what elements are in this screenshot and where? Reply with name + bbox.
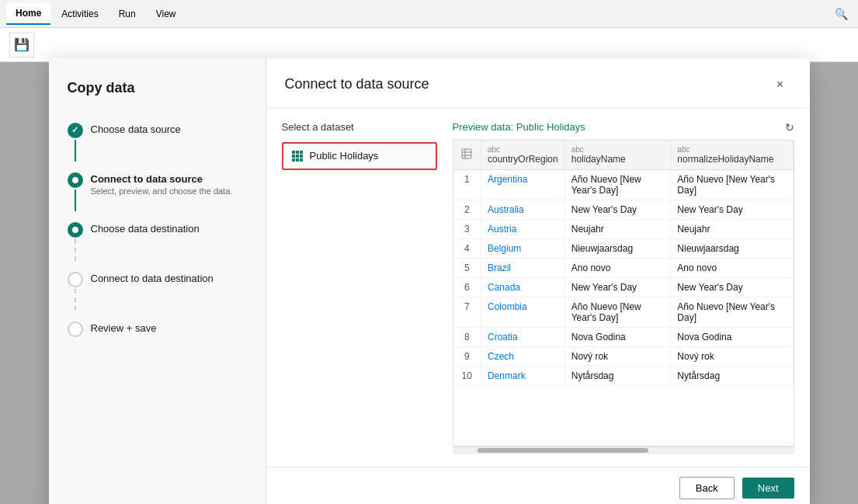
search-icon-btn[interactable]: 🔍 [830,3,852,25]
dataset-name: Public Holidays [310,150,379,162]
cell-holiday: New Year's Day [564,277,671,297]
cell-num: 6 [453,277,481,297]
save-icon: 💾 [14,37,30,52]
step5-circle [68,322,83,337]
col-holiday-type: abc [571,145,665,154]
step4-label: Connect to data destination [91,272,247,284]
cell-country: Australia [481,200,565,219]
wizard-sidebar: Copy data ✓ Choose data source [49,58,266,505]
dataset-item-public-holidays[interactable]: Public Holidays [282,142,437,170]
cell-country: Austria [481,219,565,238]
step4-text: Connect to data destination [91,273,247,284]
step4-line [75,289,76,311]
table-row: 8 Croatia Nova Godina Nova Godina [453,327,794,346]
cell-normalized: Año Nuevo [New Year's Day] [671,297,793,327]
cell-normalized: Nový rok [671,346,793,366]
col-normalized-type: abc [677,145,786,154]
cell-num: 5 [453,258,481,277]
step1-circle: ✓ [68,123,83,138]
step3-connector [68,222,83,262]
step3-label: Choose data destination [91,222,247,235]
cell-normalized: Neujahr [671,219,793,238]
table-row: 10 Denmark Nytårsdag Nytårsdag [453,366,794,385]
cell-num: 3 [453,219,481,238]
cell-holiday: New Year's Day [564,200,671,219]
close-button[interactable]: × [769,74,791,96]
step-choose-destination: Choose data destination [68,217,247,267]
step1-label: Choose data source [91,123,247,135]
content-header: Connect to data source × [266,58,810,109]
col-num-header [453,141,481,170]
step-connect-destination: Connect to data destination [68,267,247,317]
cell-country: Canada [481,277,565,297]
cell-normalized: Ano novo [671,258,793,277]
toolbar: 💾 [0,28,858,62]
preview-table-wrap[interactable]: abc countryOrRegion abc holidayName [453,140,794,447]
next-button[interactable]: Next [742,478,794,499]
cell-normalized: New Year's Day [671,277,793,297]
step-list: ✓ Choose data source [68,118,247,342]
save-button[interactable]: 💾 [9,33,34,57]
table-row: 2 Australia New Year's Day New Year's Da… [453,200,794,219]
cell-country: Argentina [481,169,565,200]
step3-circle [68,222,83,238]
horizontal-scrollbar[interactable] [453,447,794,454]
preview-table: abc countryOrRegion abc holidayName [453,141,794,386]
col-country-header: abc countryOrRegion [481,141,565,170]
content-footer: Back Next [266,467,810,505]
col-normalized-name: normalizeHolidayName [677,154,786,165]
dataset-panel-label: Select a dataset [282,121,437,133]
content-body: Select a dataset Public Holidays [266,109,810,467]
table-row: 6 Canada New Year's Day New Year's Day [453,277,794,297]
dialog-overlay: Copy data ✓ Choose data source [0,62,858,504]
cell-holiday: Nova Godina [564,327,671,346]
cell-normalized: Año Nuevo [New Year's Day] [671,169,793,200]
tab-activities[interactable]: Activities [52,4,107,24]
cell-country: Belgium [481,238,565,258]
cell-holiday: Nytårsdag [564,366,671,385]
tab-home[interactable]: Home [6,3,50,25]
scroll-thumb[interactable] [478,448,648,453]
step3-line [75,239,76,261]
cell-num: 4 [453,238,481,258]
col-country-name: countryOrRegion [488,154,558,165]
step2-label: Connect to data source Select, preview, … [91,172,247,196]
cell-country: Colombia [481,297,565,327]
cell-country: Denmark [481,366,565,385]
step-choose-source: ✓ Choose data source [68,118,247,168]
tab-run[interactable]: Run [109,4,145,24]
table-header-row: abc countryOrRegion abc holidayName [453,141,794,170]
step4-circle [68,272,83,287]
cell-holiday: Año Nuevo [New Year's Day] [564,297,671,327]
cell-num: 9 [453,346,481,366]
step1-text: Choose data source [91,123,247,135]
step2-circle [68,172,83,188]
checkmark-icon: ✓ [71,125,78,135]
step5-connector [68,322,83,337]
cell-num: 10 [453,366,481,385]
col-holiday-name: holidayName [571,154,665,165]
cell-num: 7 [453,297,481,327]
table-row: 7 Colombia Año Nuevo [New Year's Day] Añ… [453,297,794,327]
step2-connector [68,172,83,213]
step3-text: Choose data destination [91,223,247,235]
wizard-dialog: Copy data ✓ Choose data source [49,58,810,505]
main-area: Copy data ✓ Choose data source [0,62,858,504]
cell-num: 1 [453,169,481,200]
cell-normalized: Nytårsdag [671,366,793,385]
step4-connector [68,272,83,312]
step2-sub: Select, preview, and choose the data. [91,186,247,196]
preview-title: Preview data: Public Holidays [453,121,585,133]
step-connect-source: Connect to data source Select, preview, … [68,168,247,217]
app-icon-group: 🔍 [830,3,852,25]
cell-num: 2 [453,200,481,219]
cell-holiday: Neujahr [564,219,671,238]
cell-normalized: Nieuwjaarsdag [671,238,793,258]
step2-line [75,189,76,211]
cell-num: 8 [453,327,481,346]
tab-view[interactable]: View [147,4,186,24]
back-button[interactable]: Back [679,477,735,499]
app-bar: Home Activities Run View 🔍 [0,0,858,28]
refresh-button[interactable]: ↻ [785,121,794,134]
wizard-title: Copy data [68,80,247,96]
